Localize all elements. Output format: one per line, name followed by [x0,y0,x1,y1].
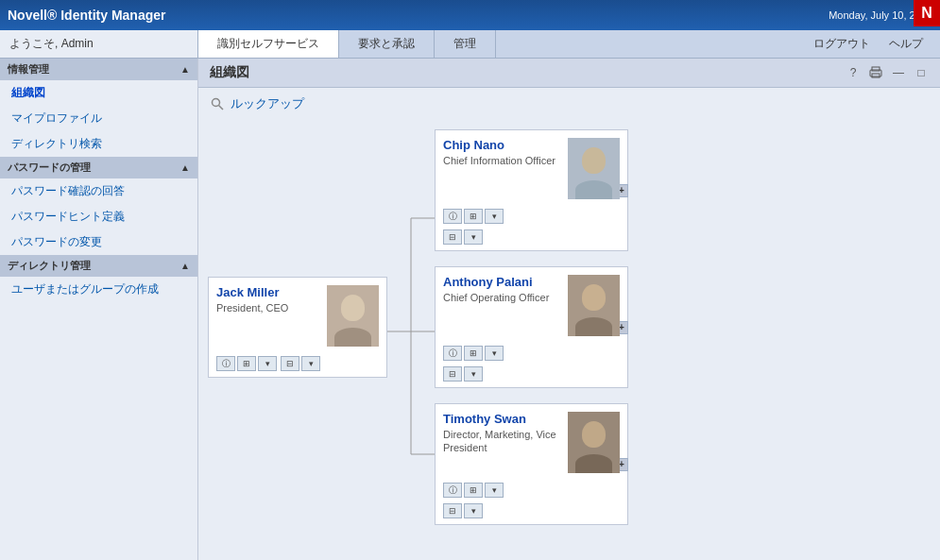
card-timothy-photo [568,412,620,473]
content-help-icon[interactable]: ? [846,65,861,80]
tab-idself[interactable]: 識別セルフサービス [198,30,339,58]
card-chip-inner: Chip Nano Chief Information Officer [436,130,627,207]
main-layout: 情報管理 ▲ 組織図 マイプロファイル ディレクトリ検索 パスワードの管理 ▲ … [0,59,940,560]
card-timothy-title: Director, Marketing, Vice President [443,428,562,455]
sidebar-section-info: 情報管理 ▲ [0,59,197,80]
card-chip-photo [568,138,620,199]
card-chip-arrow2-btn[interactable]: ▾ [464,229,483,245]
welcome-label: ようこそ, Admin [0,30,198,58]
root-person-container: Jack Miller President, CEO ⓘ ⊞ ▾ ⊟ ▾ [208,277,387,385]
card-chip-actions: ⓘ ⊞ ▾ ⊟ ▾ [436,207,627,250]
card-jack-name[interactable]: Jack Miller [216,285,321,299]
card-chip-nano: + Chip Nano Chief Information Officer ⓘ … [435,129,628,251]
children-column: + Chip Nano Chief Information Officer ⓘ … [435,129,628,533]
app-logo: Novell® Identity Manager [8,8,165,23]
card-jack-miller: Jack Miller President, CEO ⓘ ⊞ ▾ ⊟ ▾ [208,277,387,378]
connector-svg [387,161,435,501]
logo-text: Novell® Identity Manager [8,8,165,23]
tab-manage[interactable]: 管理 [435,30,496,58]
sidebar-item-createuser[interactable]: ユーザまたはグループの作成 [0,277,197,302]
navigation-bar: ようこそ, Admin 識別セルフサービス 要求と承認 管理 ログアウト ヘルプ [0,30,940,59]
welcome-text: ようこそ, Admin [9,36,94,52]
sidebar: 情報管理 ▲ 組織図 マイプロファイル ディレクトリ検索 パスワードの管理 ▲ … [0,59,198,560]
sidebar-section-dir: ディレクトリ管理 ▲ [0,255,197,277]
card-anthony-name[interactable]: Anthony Palani [443,275,562,289]
card-timothy-swan: + Timothy Swan Director, Marketing, Vice… [435,403,628,525]
section-info-label: 情報管理 [8,62,49,76]
card-anthony-arrow-btn[interactable]: ▾ [485,346,504,361]
lookup-bar: ルックアップ [198,88,940,120]
card-chip-info: Chip Nano Chief Information Officer [443,138,562,199]
app-header: Novell® Identity Manager Monday, July 10… [0,0,940,30]
tab-reqapprove[interactable]: 要求と承認 [339,30,435,58]
sidebar-section-password: パスワードの管理 ▲ [0,157,197,178]
card-timothy-info-btn[interactable]: ⓘ [443,483,462,498]
content-minimize-icon[interactable]: — [891,65,906,80]
content-maximize-icon[interactable]: □ [914,65,929,80]
card-jack-inner: Jack Miller President, CEO [209,278,386,354]
sidebar-item-pwhint[interactable]: パスワードヒント定義 [0,204,197,229]
sidebar-item-myprofile[interactable]: マイプロファイル [0,106,197,131]
card-timothy-org-btn[interactable]: ⊞ [464,483,483,498]
lookup-link[interactable]: ルックアップ [231,95,304,112]
card-jack-title: President, CEO [216,301,321,314]
section-dir-label: ディレクトリ管理 [8,259,91,273]
card-jack-org-btn[interactable]: ⊞ [237,356,256,371]
nav-actions: ログアウト ヘルプ [796,30,940,58]
card-timothy-actions: ⓘ ⊞ ▾ ⊟ ▾ [436,481,627,524]
sidebar-item-dirsearch[interactable]: ディレクトリ検索 [0,131,197,157]
card-anthony-screen-btn[interactable]: ⊟ [443,366,462,382]
card-chip-title: Chief Information Officer [443,154,562,167]
section-info-arrow: ▲ [180,64,190,75]
card-jack-screen-btn[interactable]: ⊟ [281,356,299,371]
content-area: 組織図 ? — □ ルックアップ [198,59,940,560]
card-chip-info-btn[interactable]: ⓘ [443,209,462,224]
section-password-arrow: ▲ [180,162,190,173]
section-dir-arrow: ▲ [180,261,190,271]
card-anthony-arrow2-btn[interactable]: ▾ [464,366,483,382]
card-chip-screen-btn[interactable]: ⊟ [443,229,462,245]
novell-n-logo: N [914,0,940,26]
card-timothy-arrow2-btn[interactable]: ▾ [464,503,483,518]
content-print-icon[interactable] [868,65,883,80]
card-anthony-inner: Anthony Palani Chief Operating Officer [436,267,627,344]
card-anthony-info-btn[interactable]: ⓘ [443,346,462,361]
card-anthony-photo [568,275,620,336]
card-jack-arrow-btn[interactable]: ▾ [258,356,277,371]
section-password-label: パスワードの管理 [8,161,91,175]
card-anthony-org-btn[interactable]: ⊞ [464,346,483,361]
card-chip-org-btn[interactable]: ⊞ [464,209,483,224]
card-chip-name[interactable]: Chip Nano [443,138,562,152]
svg-point-3 [213,99,220,107]
card-jack-info: Jack Miller President, CEO [216,285,321,347]
card-anthony-info: Anthony Palani Chief Operating Officer [443,275,562,336]
card-jack-info-btn[interactable]: ⓘ [216,356,235,371]
card-timothy-info: Timothy Swan Director, Marketing, Vice P… [443,412,562,473]
sidebar-item-pwchange[interactable]: パスワードの変更 [0,229,197,255]
sidebar-item-pwconfirm[interactable]: パスワード確認の回答 [0,178,197,204]
card-timothy-name[interactable]: Timothy Swan [443,412,562,426]
orgchart-inner: Jack Miller President, CEO ⓘ ⊞ ▾ ⊟ ▾ [208,129,931,533]
sidebar-item-orgchart[interactable]: 組織図 [0,80,197,106]
lookup-search-icon [210,96,225,111]
card-timothy-inner: Timothy Swan Director, Marketing, Vice P… [436,404,627,481]
card-timothy-arrow-btn[interactable]: ▾ [485,483,504,498]
help-button[interactable]: ヘルプ [881,34,931,54]
content-header: 組織図 ? — □ [198,59,940,88]
card-chip-arrow-btn[interactable]: ▾ [485,209,504,224]
svg-line-4 [219,106,224,110]
card-anthony-actions: ⓘ ⊞ ▾ ⊟ ▾ [436,344,627,387]
card-timothy-screen-btn[interactable]: ⊟ [443,503,462,518]
card-anthony-title: Chief Operating Officer [443,291,562,304]
card-anthony-palani: + Anthony Palani Chief Operating Officer… [435,266,628,388]
content-header-icons: ? — □ [846,65,929,80]
page-title: 組織図 [210,64,249,81]
card-jack-photo [327,285,379,347]
orgchart-container: Jack Miller President, CEO ⓘ ⊞ ▾ ⊟ ▾ [198,120,940,546]
card-jack-actions: ⓘ ⊞ ▾ ⊟ ▾ [209,354,386,377]
nav-tabs: 識別セルフサービス 要求と承認 管理 [198,30,796,58]
logout-button[interactable]: ログアウト [806,34,878,54]
card-jack-arrow2-btn[interactable]: ▾ [301,356,320,371]
